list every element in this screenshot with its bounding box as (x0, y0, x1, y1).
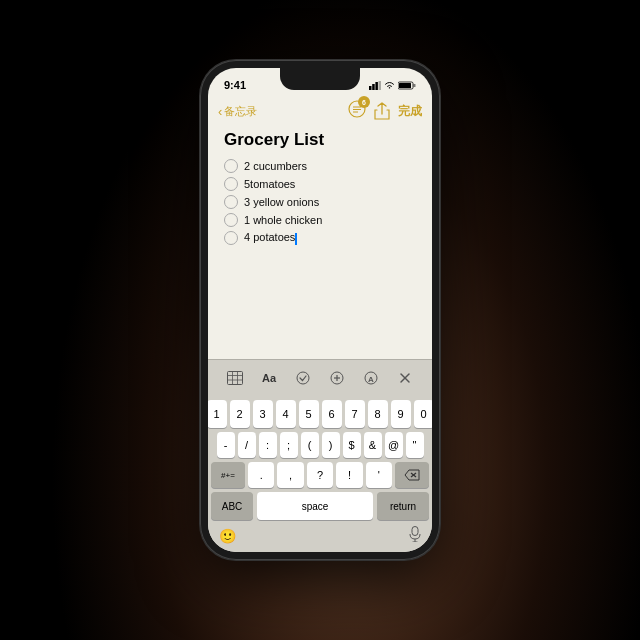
key-1[interactable]: 1 (208, 400, 227, 428)
delete-icon (404, 469, 420, 481)
check-circle[interactable] (224, 159, 238, 173)
table-icon[interactable] (223, 366, 247, 390)
phone-device: 9:41 (200, 60, 440, 560)
key-hashplus[interactable]: #+= (211, 462, 245, 488)
keyboard-row-numbers: 1 2 3 4 5 6 7 8 9 0 (211, 400, 429, 428)
emoji-icon[interactable]: 🙂 (219, 528, 236, 544)
x-icon (398, 371, 412, 385)
key-exclaim[interactable]: ! (336, 462, 362, 488)
key-question[interactable]: ? (307, 462, 333, 488)
item-text: 5tomatoes (244, 178, 295, 190)
key-dash[interactable]: - (217, 432, 235, 458)
done-button[interactable]: 完成 (398, 103, 422, 120)
checklist: 2 cucumbers 5tomatoes 3 yellow onions 1 … (224, 158, 416, 245)
key-close-paren[interactable]: ) (322, 432, 340, 458)
svg-text:A: A (368, 375, 374, 384)
svg-rect-2 (375, 82, 378, 90)
notch (280, 68, 360, 90)
plus-circle-icon (330, 371, 344, 385)
content-spacer (208, 245, 432, 360)
key-space[interactable]: space (257, 492, 373, 520)
check-circle[interactable] (224, 231, 238, 245)
key-apostrophe[interactable]: ' (366, 462, 392, 488)
key-quote[interactable]: " (406, 432, 424, 458)
key-at[interactable]: @ (385, 432, 403, 458)
key-return[interactable]: return (377, 492, 429, 520)
nav-actions: 6 完成 (348, 100, 422, 122)
svg-rect-3 (379, 81, 382, 90)
wifi-icon (384, 81, 395, 90)
key-0[interactable]: 0 (414, 400, 433, 428)
key-dollar[interactable]: $ (343, 432, 361, 458)
circle-a-icon: A (364, 371, 378, 385)
table-grid-icon (227, 371, 243, 385)
microphone-icon (409, 526, 421, 542)
keyboard-row-bottom: ABC space return (211, 492, 429, 520)
keyboard-toolbar: Aa A (208, 359, 432, 396)
svg-rect-0 (369, 86, 372, 90)
badge-count: 6 (358, 96, 370, 108)
text-cursor (295, 233, 297, 245)
badge-icon-wrap[interactable]: 6 (348, 100, 366, 122)
check-circle[interactable] (224, 213, 238, 227)
dismiss-keyboard-icon[interactable] (393, 366, 417, 390)
share-icon[interactable] (374, 102, 390, 120)
svg-rect-11 (228, 372, 243, 385)
note-content: Grocery List 2 cucumbers 5tomatoes 3 yel… (208, 126, 432, 245)
svg-rect-5 (414, 84, 416, 87)
item-text: 4 potatoes (244, 231, 297, 244)
check-circle[interactable] (224, 195, 238, 209)
key-2[interactable]: 2 (230, 400, 250, 428)
keyboard-row-misc: #+= . , ? ! ' (211, 462, 429, 488)
item-text: 1 whole chicken (244, 214, 322, 226)
key-ampersand[interactable]: & (364, 432, 382, 458)
key-colon[interactable]: : (259, 432, 277, 458)
key-semicolon[interactable]: ; (280, 432, 298, 458)
keyboard-extras: 🙂 (211, 524, 429, 546)
key-comma[interactable]: , (277, 462, 303, 488)
check-circle-icon (296, 371, 310, 385)
svg-rect-1 (372, 84, 375, 90)
format-icon[interactable]: Aa (257, 366, 281, 390)
list-item: 3 yellow onions (224, 194, 416, 210)
check-circle[interactable] (224, 177, 238, 191)
back-chevron-icon: ‹ (218, 104, 222, 119)
key-delete[interactable] (395, 462, 429, 488)
back-label: 备忘录 (224, 104, 257, 119)
key-7[interactable]: 7 (345, 400, 365, 428)
status-time: 9:41 (224, 79, 246, 91)
battery-icon (398, 81, 416, 90)
screen: 9:41 (208, 68, 432, 552)
key-slash[interactable]: / (238, 432, 256, 458)
key-6[interactable]: 6 (322, 400, 342, 428)
key-period[interactable]: . (248, 462, 274, 488)
keyboard-row-symbols: - / : ; ( ) $ & @ " (211, 432, 429, 458)
keyboard: 1 2 3 4 5 6 7 8 9 0 - / : ; ( (208, 396, 432, 552)
note-title: Grocery List (224, 130, 416, 150)
checkmark-icon[interactable] (291, 366, 315, 390)
key-open-paren[interactable]: ( (301, 432, 319, 458)
key-3[interactable]: 3 (253, 400, 273, 428)
key-9[interactable]: 9 (391, 400, 411, 428)
status-icons (369, 81, 416, 90)
key-8[interactable]: 8 (368, 400, 388, 428)
list-item: 1 whole chicken (224, 212, 416, 228)
nav-back[interactable]: ‹ 备忘录 (218, 104, 257, 119)
svg-rect-6 (399, 83, 411, 88)
key-abc[interactable]: ABC (211, 492, 253, 520)
list-item: 5tomatoes (224, 176, 416, 192)
item-text: 2 cucumbers (244, 160, 307, 172)
list-item: 4 potatoes (224, 230, 416, 245)
key-4[interactable]: 4 (276, 400, 296, 428)
nav-bar: ‹ 备忘录 6 (208, 98, 432, 126)
add-icon[interactable] (325, 366, 349, 390)
scene: 9:41 (0, 0, 640, 640)
key-5[interactable]: 5 (299, 400, 319, 428)
list-item: 2 cucumbers (224, 158, 416, 174)
svg-point-16 (297, 372, 309, 384)
item-text: 3 yellow onions (244, 196, 319, 208)
svg-rect-26 (412, 527, 418, 536)
style-icon[interactable]: A (359, 366, 383, 390)
mic-icon[interactable] (409, 526, 421, 546)
signal-icon (369, 81, 381, 90)
